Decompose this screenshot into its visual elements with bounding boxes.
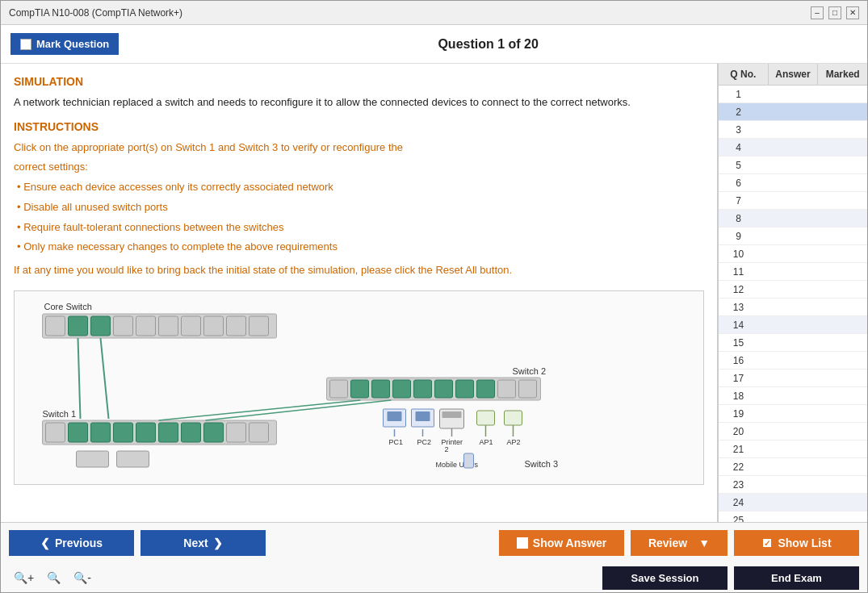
sidebar-header: Q No. Answer Marked xyxy=(719,64,867,86)
svg-text:PC2: PC2 xyxy=(417,438,432,446)
svg-rect-4 xyxy=(114,316,133,336)
sidebar-row[interactable]: 1 xyxy=(719,86,867,103)
sidebar-qnum: 6 xyxy=(719,177,755,189)
sidebar-row[interactable]: 10 xyxy=(719,245,867,263)
title-bar: CompTIA N10-008 (CompTIA Network+) – □ ✕ xyxy=(1,1,867,25)
prev-arrow-icon: ❮ xyxy=(40,537,50,549)
sidebar-qnum: 17 xyxy=(719,373,755,384)
toolbar: Mark Question Question 1 of 20 xyxy=(1,25,867,64)
sidebar-qnum: 12 xyxy=(719,284,755,295)
sidebar-row[interactable]: 6 xyxy=(719,174,867,192)
svg-rect-35 xyxy=(456,380,474,398)
zoom-out-button[interactable]: 🔍- xyxy=(69,570,96,586)
sidebar-row[interactable]: 17 xyxy=(719,370,867,387)
sidebar-row[interactable]: 22 xyxy=(719,458,867,476)
sidebar-row[interactable]: 4 xyxy=(719,139,867,157)
svg-rect-26 xyxy=(117,451,149,467)
svg-rect-57 xyxy=(505,411,522,425)
sidebar-row[interactable]: 21 xyxy=(719,441,867,458)
sidebar-row[interactable]: 11 xyxy=(719,263,867,281)
show-answer-label: Show Answer xyxy=(533,537,606,549)
svg-rect-50 xyxy=(442,411,462,418)
svg-rect-2 xyxy=(69,316,88,336)
svg-rect-15 xyxy=(46,423,65,442)
minimize-button[interactable]: – xyxy=(811,6,824,19)
sidebar-qnum: 25 xyxy=(719,515,755,523)
sidebar-row[interactable]: 9 xyxy=(719,228,867,245)
svg-text:2: 2 xyxy=(445,445,449,453)
svg-rect-10 xyxy=(249,316,269,336)
window-controls: – □ ✕ xyxy=(811,6,859,19)
svg-text:Switch 3: Switch 3 xyxy=(525,459,559,469)
mark-question-button[interactable]: Mark Question xyxy=(10,33,119,55)
svg-rect-7 xyxy=(182,316,201,336)
bullet1: • Ensure each device accesses only its c… xyxy=(14,179,704,196)
sidebar-row[interactable]: 18 xyxy=(719,387,867,405)
previous-button[interactable]: ❮ Previous xyxy=(9,530,134,556)
svg-rect-5 xyxy=(136,316,156,336)
zoom-in-button[interactable]: 🔍+ xyxy=(9,570,39,586)
sidebar-row[interactable]: 19 xyxy=(719,405,867,423)
save-session-label: Save Session xyxy=(631,572,699,584)
sidebar-row[interactable]: 24 xyxy=(719,494,867,512)
end-exam-label: End Exam xyxy=(771,572,822,584)
sidebar-row[interactable]: 16 xyxy=(719,352,867,370)
sidebar-qnum: 14 xyxy=(719,319,755,331)
svg-rect-25 xyxy=(77,451,109,467)
svg-text:Switch 2: Switch 2 xyxy=(513,366,547,376)
sidebar-row[interactable]: 3 xyxy=(719,121,867,139)
sidebar-qnum: 9 xyxy=(719,231,755,242)
svg-text:Switch 1: Switch 1 xyxy=(43,409,77,419)
zoom-row: 🔍+ 🔍 🔍- Save Session End Exam xyxy=(1,563,867,592)
sidebar-qnum: 10 xyxy=(719,248,755,260)
sidebar-row[interactable]: 14 xyxy=(719,316,867,334)
sidebar-qnum: 20 xyxy=(719,426,755,437)
sidebar-row[interactable]: 8 xyxy=(719,210,867,228)
svg-line-11 xyxy=(78,338,81,419)
mark-checkbox-icon xyxy=(20,39,31,50)
sidebar-row[interactable]: 20 xyxy=(719,423,867,441)
sidebar-row[interactable]: 23 xyxy=(719,476,867,494)
sidebar-row[interactable]: 25 xyxy=(719,512,867,522)
sidebar-list[interactable]: 1 2 3 4 5 6 7 8 9 10 11 xyxy=(719,86,867,522)
sidebar-row[interactable]: 15 xyxy=(719,334,867,352)
sidebar-qnum: 1 xyxy=(719,89,755,100)
sidebar-col-marked: Marked xyxy=(818,64,867,85)
show-list-checkbox-icon: ✓ xyxy=(761,537,773,549)
save-session-button[interactable]: Save Session xyxy=(602,566,728,590)
sidebar-row[interactable]: 12 xyxy=(719,281,867,299)
show-list-button[interactable]: ✓ Show List xyxy=(734,530,859,556)
sidebar-qnum: 13 xyxy=(719,302,755,313)
sidebar-qnum: 22 xyxy=(719,461,755,473)
sidebar-qnum: 7 xyxy=(719,195,755,207)
sidebar-row[interactable]: 13 xyxy=(719,299,867,316)
maximize-button[interactable]: □ xyxy=(828,6,841,19)
sidebar-row[interactable]: 7 xyxy=(719,192,867,210)
sidebar-row[interactable]: 5 xyxy=(719,157,867,174)
svg-rect-46 xyxy=(416,411,430,421)
sidebar-col-qno: Q No. xyxy=(719,64,769,85)
sidebar-qnum: 3 xyxy=(719,124,755,136)
close-button[interactable]: ✕ xyxy=(846,6,859,19)
network-diagram[interactable]: Core Switch xyxy=(14,290,704,485)
next-button[interactable]: Next ❯ xyxy=(140,530,266,556)
window-title: CompTIA N10-008 (CompTIA Network+) xyxy=(9,7,182,19)
svg-line-12 xyxy=(101,338,109,419)
sidebar-qnum: 16 xyxy=(719,355,755,366)
content-panel: SIMULATION A network technician replaced… xyxy=(1,64,718,522)
zoom-reset-button[interactable]: 🔍 xyxy=(42,570,65,586)
svg-rect-20 xyxy=(159,423,178,442)
next-arrow-icon: ❯ xyxy=(213,537,223,549)
svg-rect-8 xyxy=(204,316,224,336)
review-label: Review xyxy=(648,537,687,549)
sidebar-col-answer: Answer xyxy=(769,64,819,85)
end-exam-button[interactable]: End Exam xyxy=(734,566,859,590)
show-answer-button[interactable]: Show Answer xyxy=(499,530,624,556)
svg-rect-54 xyxy=(477,411,495,425)
sidebar-row[interactable]: 2 xyxy=(719,103,867,121)
review-button[interactable]: Review ▼ xyxy=(631,530,728,556)
svg-rect-38 xyxy=(519,380,537,398)
next-label: Next xyxy=(183,537,208,549)
sidebar-qnum: 8 xyxy=(719,213,755,224)
sidebar-qnum: 19 xyxy=(719,408,755,420)
